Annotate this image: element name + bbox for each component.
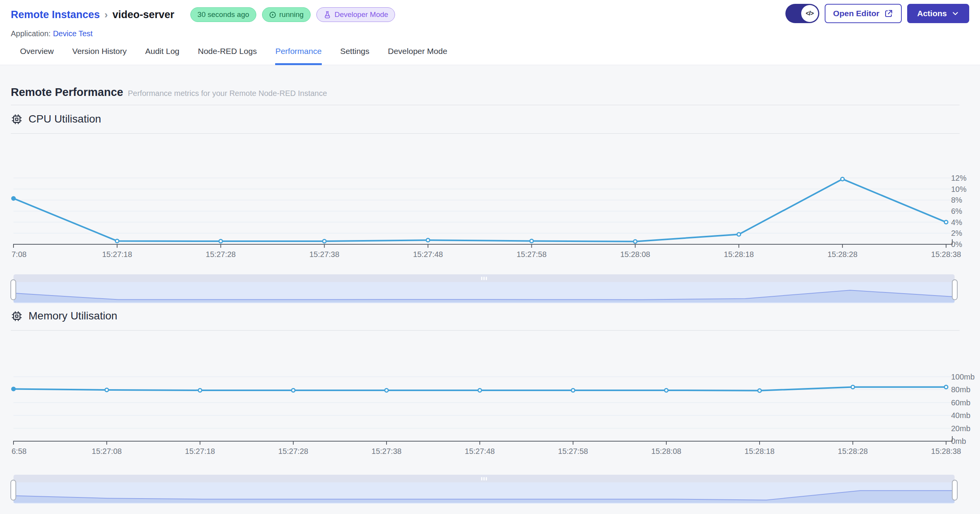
application-label: Application: bbox=[11, 29, 50, 38]
application-link[interactable]: Device Test bbox=[53, 29, 92, 38]
svg-text:100mb: 100mb bbox=[951, 373, 975, 381]
chevron-down-icon bbox=[951, 10, 959, 17]
svg-text:15:27:48: 15:27:48 bbox=[413, 250, 443, 259]
breadcrumb-current-instance: video-server bbox=[113, 9, 175, 21]
svg-text:15:28:18: 15:28:18 bbox=[724, 250, 754, 259]
svg-text:6%: 6% bbox=[951, 207, 962, 215]
open-editor-button[interactable]: Open Editor bbox=[825, 4, 902, 23]
external-link-icon bbox=[884, 9, 893, 18]
open-editor-label: Open Editor bbox=[833, 9, 879, 18]
editor-availability-toggle[interactable]: </> bbox=[785, 4, 819, 23]
svg-text:15:28:38: 15:28:38 bbox=[931, 250, 961, 259]
chip-icon bbox=[11, 113, 23, 125]
chip-icon bbox=[11, 310, 23, 322]
page: { "header": { "breadcrumb": { "parent": … bbox=[0, 0, 980, 514]
svg-text:7:08: 7:08 bbox=[12, 250, 27, 259]
application-row: Application:Device Test bbox=[11, 29, 969, 38]
cpu-slider-right-handle[interactable] bbox=[952, 279, 958, 300]
svg-text:40mb: 40mb bbox=[951, 411, 970, 420]
svg-text:0mb: 0mb bbox=[951, 437, 966, 445]
svg-text:15:27:58: 15:27:58 bbox=[558, 447, 588, 455]
svg-text:15:28:08: 15:28:08 bbox=[620, 250, 650, 259]
svg-text:15:28:38: 15:28:38 bbox=[931, 447, 961, 455]
svg-text:15:27:48: 15:27:48 bbox=[465, 447, 495, 455]
last-seen-badge-label: 30 seconds ago bbox=[197, 10, 249, 19]
cpu-range-slider[interactable] bbox=[13, 274, 955, 303]
memory-chart-canvas: 0mb20mb40mb60mb80mb100mb6:5815:27:0815:2… bbox=[11, 331, 979, 458]
flask-icon bbox=[323, 11, 331, 19]
title-divider bbox=[11, 105, 960, 105]
page-header: Remote Instances › video-server 30 secon… bbox=[0, 0, 980, 65]
svg-text:6:58: 6:58 bbox=[12, 447, 27, 455]
svg-text:20mb: 20mb bbox=[951, 424, 970, 433]
last-seen-badge: 30 seconds ago bbox=[190, 7, 256, 22]
breadcrumb-separator-icon: › bbox=[104, 9, 108, 21]
memory-slider-right-handle[interactable] bbox=[952, 480, 958, 501]
running-status-label: running bbox=[279, 10, 304, 19]
drag-dots-icon[interactable] bbox=[481, 477, 487, 480]
header-actions: </> Open Editor Actions bbox=[785, 4, 969, 23]
svg-text:10%: 10% bbox=[951, 185, 967, 193]
tab-audit-log[interactable]: Audit Log bbox=[145, 47, 180, 65]
play-circle-icon bbox=[269, 11, 276, 18]
svg-text:12%: 12% bbox=[951, 174, 967, 182]
svg-text:15:27:28: 15:27:28 bbox=[278, 447, 308, 455]
status-badges: 30 seconds ago running Developer Mode bbox=[190, 7, 395, 22]
svg-text:4%: 4% bbox=[951, 218, 962, 227]
svg-text:80mb: 80mb bbox=[951, 385, 970, 394]
tab-settings[interactable]: Settings bbox=[340, 47, 370, 65]
svg-text:8%: 8% bbox=[951, 196, 962, 204]
memory-range-slider[interactable] bbox=[13, 475, 955, 504]
svg-text:15:27:18: 15:27:18 bbox=[102, 250, 132, 259]
tab-version-history[interactable]: Version History bbox=[72, 47, 127, 65]
drag-dots-icon[interactable] bbox=[481, 277, 487, 280]
svg-text:60mb: 60mb bbox=[951, 398, 970, 407]
cpu-section: CPU Utilisation 0%2%4%6%8%10%12%7:0815:2… bbox=[11, 111, 980, 303]
svg-text:15:28:28: 15:28:28 bbox=[838, 447, 868, 455]
svg-text:15:27:38: 15:27:38 bbox=[309, 250, 340, 259]
tab-developer-mode[interactable]: Developer Mode bbox=[388, 47, 447, 65]
tab-bar: OverviewVersion HistoryAudit LogNode-RED… bbox=[11, 47, 969, 65]
performance-page: Remote Performance Performance metrics f… bbox=[0, 86, 980, 504]
svg-text:15:27:58: 15:27:58 bbox=[517, 250, 547, 259]
cpu-slider-left-handle[interactable] bbox=[10, 279, 16, 300]
memory-section-title: Memory Utilisation bbox=[29, 310, 117, 322]
actions-label: Actions bbox=[917, 9, 947, 18]
svg-text:2%: 2% bbox=[951, 229, 962, 237]
tab-performance[interactable]: Performance bbox=[275, 47, 321, 65]
svg-text:15:28:18: 15:28:18 bbox=[745, 447, 775, 455]
developer-mode-badge: Developer Mode bbox=[316, 7, 395, 22]
page-title: Remote Performance bbox=[11, 86, 123, 99]
running-status-badge: running bbox=[262, 7, 311, 22]
svg-text:15:27:28: 15:27:28 bbox=[206, 250, 236, 259]
page-subtitle: Performance metrics for your Remote Node… bbox=[128, 89, 327, 98]
breadcrumb-remote-instances-link[interactable]: Remote Instances bbox=[11, 9, 100, 21]
cpu-chart-canvas: 0%2%4%6%8%10%12%7:0815:27:1815:27:2815:2… bbox=[11, 134, 979, 261]
actions-button[interactable]: Actions bbox=[907, 4, 969, 23]
memory-slider-left-handle[interactable] bbox=[10, 480, 16, 501]
developer-mode-label: Developer Mode bbox=[335, 10, 388, 19]
cpu-section-title: CPU Utilisation bbox=[29, 113, 101, 125]
svg-text:15:27:08: 15:27:08 bbox=[92, 447, 122, 455]
svg-text:15:27:18: 15:27:18 bbox=[185, 447, 215, 455]
tab-overview[interactable]: Overview bbox=[20, 47, 54, 65]
memory-section: Memory Utilisation 0mb20mb40mb60mb80mb10… bbox=[11, 308, 980, 504]
svg-text:0%: 0% bbox=[951, 240, 962, 249]
svg-text:15:27:38: 15:27:38 bbox=[371, 447, 402, 455]
svg-text:15:28:08: 15:28:08 bbox=[651, 447, 681, 455]
svg-text:15:28:28: 15:28:28 bbox=[827, 250, 857, 259]
tab-node-red-logs[interactable]: Node-RED Logs bbox=[198, 47, 257, 65]
breadcrumb: Remote Instances › video-server bbox=[11, 9, 174, 21]
code-icon: </> bbox=[801, 5, 818, 22]
